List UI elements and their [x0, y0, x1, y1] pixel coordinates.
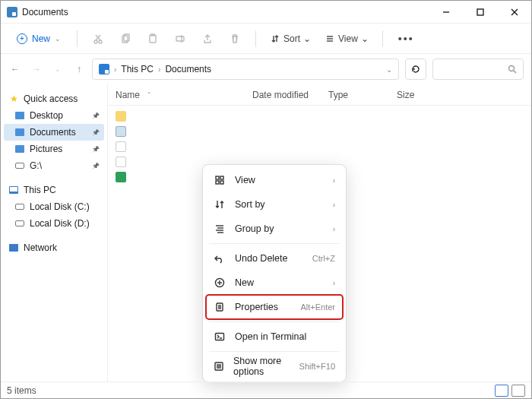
- undo-icon: [214, 252, 226, 264]
- star-icon: ★: [8, 93, 19, 104]
- cut-icon[interactable]: [87, 27, 109, 50]
- menu-properties[interactable]: PropertiesAlt+Enter: [206, 295, 343, 319]
- list-item[interactable]: [108, 139, 531, 154]
- location-icon: [99, 64, 109, 74]
- chevron-right-icon: ›: [333, 201, 335, 209]
- context-menu: View› Sort by› Group by› Undo DeleteCtrl…: [202, 164, 347, 382]
- list-item[interactable]: [108, 109, 531, 124]
- svg-line-18: [514, 71, 516, 73]
- menu-new[interactable]: New›: [206, 271, 343, 295]
- svg-rect-20: [220, 176, 223, 179]
- chevron-down-icon[interactable]: ⌄: [386, 65, 392, 74]
- more-button[interactable]: •••: [392, 30, 420, 48]
- grid-icon: [214, 174, 226, 186]
- chevron-right-icon: ›: [333, 279, 335, 287]
- more-options-icon: [214, 360, 224, 372]
- breadcrumb-seg[interactable]: This PC: [121, 64, 154, 74]
- file-icon: [116, 126, 126, 137]
- sidebar-item-c-drive[interactable]: Local Disk (C:): [4, 198, 104, 215]
- window-controls: [429, 1, 531, 24]
- file-icon: [116, 157, 126, 167]
- statusbar: 5 items: [1, 382, 531, 398]
- toolbar: + New ⌄ Sort ⌄ View ⌄ •••: [1, 24, 531, 54]
- share-icon[interactable]: [196, 27, 219, 50]
- separator: [382, 30, 383, 47]
- rename-icon[interactable]: [169, 27, 192, 50]
- back-button[interactable]: ←: [8, 64, 22, 74]
- forward-button[interactable]: →: [30, 64, 43, 74]
- plus-icon: +: [17, 33, 27, 44]
- svg-rect-19: [216, 176, 219, 179]
- column-headers: Name˄ Date modified Type Size: [108, 84, 531, 106]
- titlebar: Documents: [1, 1, 531, 24]
- refresh-button[interactable]: [405, 59, 426, 80]
- svg-rect-22: [220, 181, 223, 184]
- sort-icon: [214, 198, 226, 211]
- chevron-right-icon: ›: [333, 225, 335, 233]
- svg-point-4: [94, 40, 97, 43]
- copy-icon[interactable]: [114, 27, 137, 50]
- maximize-button[interactable]: [463, 1, 497, 24]
- shortcut: Shift+F10: [299, 362, 335, 371]
- folder-icon: [116, 111, 126, 122]
- app-icon: [7, 7, 17, 17]
- sidebar-item-documents[interactable]: Documents: [4, 124, 104, 141]
- svg-point-17: [509, 66, 515, 71]
- pictures-icon: [14, 144, 25, 154]
- shortcut: Alt+Enter: [300, 302, 335, 312]
- new-button[interactable]: + New ⌄: [10, 30, 68, 48]
- list-item[interactable]: [108, 124, 531, 139]
- chevron-right-icon: ›: [333, 176, 335, 185]
- details-view-button[interactable]: [495, 385, 508, 397]
- breadcrumb[interactable]: › This PC › Documents ⌄: [92, 59, 399, 80]
- svg-rect-34: [216, 334, 224, 340]
- menu-undo-delete[interactable]: Undo DeleteCtrl+Z: [206, 246, 343, 271]
- column-date[interactable]: Date modified: [245, 90, 321, 100]
- chevron-right-icon: ›: [114, 65, 116, 74]
- menu-open-terminal[interactable]: Open in Terminal: [206, 325, 343, 349]
- sidebar-network[interactable]: Network: [4, 239, 104, 256]
- view-icon: [325, 33, 335, 44]
- thumbnails-view-button[interactable]: [511, 385, 525, 397]
- sidebar-item-desktop[interactable]: Desktop: [4, 107, 104, 124]
- sidebar-item-pictures[interactable]: Pictures: [4, 141, 104, 157]
- close-button[interactable]: [497, 1, 531, 24]
- column-size[interactable]: Size: [389, 90, 435, 100]
- sidebar-item-d-drive[interactable]: Local Disk (D:): [4, 215, 104, 232]
- recent-dropdown[interactable]: ⌄: [51, 65, 65, 73]
- sidebar: ★Quick access Desktop Documents Pictures…: [1, 84, 107, 382]
- nav-arrows: ← → ⌄ ↑: [8, 64, 86, 74]
- terminal-icon: [214, 331, 226, 343]
- file-icon: [116, 141, 126, 152]
- chevron-right-icon: ›: [158, 65, 160, 74]
- delete-icon[interactable]: [223, 27, 246, 50]
- view-button[interactable]: View ⌄: [320, 30, 373, 47]
- up-button[interactable]: ↑: [72, 64, 86, 74]
- svg-rect-12: [176, 36, 184, 41]
- minimize-button[interactable]: [429, 1, 463, 24]
- menu-group-by[interactable]: Group by›: [206, 217, 343, 241]
- search-input[interactable]: [432, 59, 524, 80]
- sidebar-item-gdrive[interactable]: G:\: [4, 157, 104, 174]
- chevron-down-icon: ⌄: [55, 35, 61, 43]
- menu-sort-by[interactable]: Sort by›: [206, 192, 343, 217]
- documents-icon: [14, 127, 25, 138]
- svg-point-5: [99, 40, 102, 43]
- menu-show-more[interactable]: Show more optionsShift+F10: [206, 354, 343, 378]
- breadcrumb-seg[interactable]: Documents: [165, 64, 211, 74]
- column-name[interactable]: Name˄: [108, 90, 245, 100]
- drive-icon: [14, 160, 25, 171]
- file-icon: [116, 172, 126, 182]
- sort-label: Sort: [283, 33, 300, 44]
- column-type[interactable]: Type: [321, 90, 389, 100]
- sort-button[interactable]: Sort ⌄: [265, 30, 315, 47]
- menu-view[interactable]: View›: [206, 168, 343, 192]
- plus-circle-icon: [214, 277, 226, 289]
- paste-icon[interactable]: [141, 27, 164, 50]
- sidebar-this-pc[interactable]: This PC: [4, 182, 104, 198]
- group-icon: [214, 223, 226, 235]
- sidebar-quick-access[interactable]: ★Quick access: [4, 90, 104, 107]
- separator: [209, 351, 340, 352]
- separator: [255, 30, 256, 47]
- drive-icon: [14, 201, 25, 212]
